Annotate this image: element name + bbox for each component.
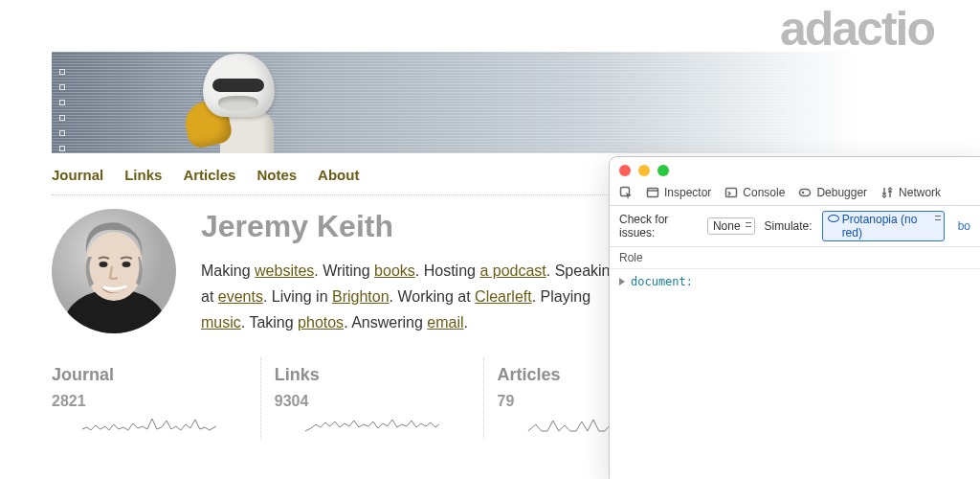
nav-notes[interactable]: Notes: [256, 167, 297, 183]
inspector-icon: [646, 186, 659, 199]
debugger-icon: [798, 186, 812, 199]
check-issues-select[interactable]: None: [707, 217, 755, 235]
bio-link[interactable]: email: [427, 314, 463, 331]
simulate-label: Simulate:: [765, 219, 813, 233]
bio-link[interactable]: books: [374, 262, 415, 279]
accessibility-tree[interactable]: document:: [610, 269, 980, 294]
maximize-icon[interactable]: [657, 165, 669, 176]
disclosure-triangle-icon[interactable]: [619, 278, 625, 285]
devtools-window: Inspector Console Debugger Network Check…: [609, 156, 980, 479]
nav-journal[interactable]: Journal: [52, 167, 103, 183]
avatar: [52, 209, 176, 333]
nav-about[interactable]: About: [318, 167, 359, 183]
close-icon[interactable]: [619, 165, 631, 176]
stat-count: 9304: [275, 393, 470, 410]
svg-rect-9: [800, 190, 811, 196]
bio-link[interactable]: websites: [255, 262, 314, 279]
tree-node-document[interactable]: document:: [631, 275, 693, 288]
stat-count: 2821: [52, 393, 247, 410]
network-icon: [880, 186, 894, 199]
bio-link[interactable]: music: [201, 314, 241, 331]
nav-articles[interactable]: Articles: [183, 167, 235, 183]
check-issues-label: Check for issues:: [619, 213, 698, 240]
sparkline: [275, 416, 470, 435]
svg-point-10: [802, 192, 805, 194]
pick-element-icon[interactable]: [619, 186, 633, 199]
sparkline: [52, 416, 247, 435]
overflow-text: bo: [958, 219, 970, 233]
profile-name: Jeremy Keith: [201, 209, 622, 244]
tab-console[interactable]: Console: [724, 186, 785, 199]
tab-inspector[interactable]: Inspector: [646, 186, 711, 199]
stat-links[interactable]: Links 9304: [260, 357, 483, 439]
tab-debugger[interactable]: Debugger: [798, 186, 867, 199]
svg-rect-8: [726, 189, 737, 197]
svg-rect-6: [648, 189, 658, 197]
bio-link[interactable]: photos: [298, 314, 344, 331]
console-icon: [724, 186, 738, 199]
nav-links[interactable]: Links: [124, 167, 162, 183]
minimize-icon[interactable]: [638, 165, 650, 176]
stat-label: Links: [275, 365, 470, 385]
header-banner: [52, 52, 928, 153]
simulate-select[interactable]: Protanopia (no red): [822, 211, 945, 241]
window-controls: [610, 157, 980, 182]
svg-point-3: [100, 262, 108, 267]
tab-network[interactable]: Network: [880, 186, 941, 199]
svg-point-4: [122, 262, 131, 267]
bio-link[interactable]: a podcast: [479, 262, 546, 279]
bio-link[interactable]: events: [218, 288, 263, 305]
bio-link[interactable]: Brighton: [332, 288, 390, 305]
role-header: Role: [610, 247, 980, 269]
site-brand: adactio: [52, 0, 934, 57]
stat-label: Journal: [52, 365, 247, 385]
stat-journal[interactable]: Journal 2821: [52, 357, 260, 439]
profile-bio: Making websites. Writing books. Hosting …: [201, 258, 622, 336]
bio-link[interactable]: Clearleft: [475, 288, 532, 305]
